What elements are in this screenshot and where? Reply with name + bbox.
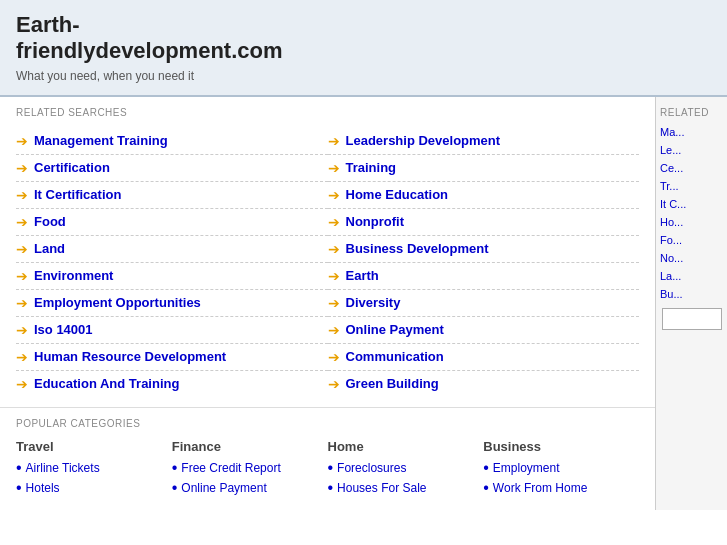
list-item: ➔ Management Training	[16, 128, 328, 155]
list-item: ➔ Training	[328, 155, 640, 182]
sidebar-link-ma[interactable]: Ma...	[660, 126, 723, 138]
arrow-icon: ➔	[328, 214, 340, 230]
right-sidebar-links: Ma... Le... Ce... Tr... It C... Ho... Fo…	[660, 126, 723, 300]
arrow-icon: ➔	[328, 322, 340, 338]
bullet-icon: •	[16, 460, 22, 476]
link-it-certification[interactable]: It Certification	[34, 187, 121, 202]
sidebar-link-no[interactable]: No...	[660, 252, 723, 264]
link-work-from-home[interactable]: Work From Home	[493, 481, 587, 495]
link-nonprofit[interactable]: Nonprofit	[346, 214, 404, 229]
link-iso-14001[interactable]: Iso 14001	[34, 322, 93, 337]
arrow-icon: ➔	[16, 349, 28, 365]
list-item: ➔ Green Building	[328, 371, 640, 397]
list-item: ➔ Education And Training	[16, 371, 328, 397]
arrow-icon: ➔	[328, 268, 340, 284]
arrow-icon: ➔	[16, 376, 28, 392]
list-item: Ho...	[660, 216, 723, 228]
list-item: Le...	[660, 144, 723, 156]
sidebar-link-ce[interactable]: Ce...	[660, 162, 723, 174]
link-green-building[interactable]: Green Building	[346, 376, 439, 391]
right-sidebar: RELATED Ma... Le... Ce... Tr... It C... …	[655, 97, 727, 510]
category-travel: Travel • Airline Tickets • Hotels	[16, 439, 172, 500]
category-home: Home • Foreclosures • Houses For Sale	[328, 439, 484, 500]
site-header: Earth- friendlydevelopment.com What you …	[0, 0, 727, 97]
arrow-icon: ➔	[328, 349, 340, 365]
bullet-icon: •	[172, 460, 178, 476]
bullet-icon: •	[328, 460, 334, 476]
list-item: Bu...	[660, 288, 723, 300]
list-item: La...	[660, 270, 723, 282]
link-management-training[interactable]: Management Training	[34, 133, 168, 148]
link-home-education[interactable]: Home Education	[346, 187, 449, 202]
sidebar-link-bu[interactable]: Bu...	[660, 288, 723, 300]
list-item: Ce...	[660, 162, 723, 174]
link-online-payment-cat[interactable]: Online Payment	[181, 481, 266, 495]
list-item: • Free Credit Report	[172, 460, 320, 476]
link-earth[interactable]: Earth	[346, 268, 379, 283]
list-item: ➔ It Certification	[16, 182, 328, 209]
bullet-icon: •	[483, 460, 489, 476]
link-employment[interactable]: Employment	[493, 461, 560, 475]
arrow-icon: ➔	[16, 268, 28, 284]
link-diversity[interactable]: Diversity	[346, 295, 401, 310]
list-item: ➔ Food	[16, 209, 328, 236]
list-item: • Online Payment	[172, 480, 320, 496]
bullet-icon: •	[328, 480, 334, 496]
arrow-icon: ➔	[16, 187, 28, 203]
list-item: ➔ Human Resource Development	[16, 344, 328, 371]
category-finance: Finance • Free Credit Report • Online Pa…	[172, 439, 328, 500]
link-certification[interactable]: Certification	[34, 160, 110, 175]
related-searches-label: RELATED SEARCHES	[16, 107, 639, 118]
list-item: ➔ Online Payment	[328, 317, 640, 344]
link-environment[interactable]: Environment	[34, 268, 113, 283]
sidebar-search-box[interactable]	[662, 308, 722, 330]
list-item: ➔ Diversity	[328, 290, 640, 317]
arrow-icon: ➔	[328, 187, 340, 203]
link-training[interactable]: Training	[346, 160, 397, 175]
sidebar-link-fo[interactable]: Fo...	[660, 234, 723, 246]
link-hotels[interactable]: Hotels	[26, 481, 60, 495]
list-item: ➔ Environment	[16, 263, 328, 290]
arrow-icon: ➔	[328, 376, 340, 392]
link-foreclosures[interactable]: Foreclosures	[337, 461, 406, 475]
list-item: • Employment	[483, 460, 631, 476]
link-education-and-training[interactable]: Education And Training	[34, 376, 179, 391]
list-item: ➔ Earth	[328, 263, 640, 290]
links-left-column: ➔ Management Training ➔ Certification ➔ …	[16, 128, 328, 397]
list-item: ➔ Leadership Development	[328, 128, 640, 155]
arrow-icon: ➔	[328, 160, 340, 176]
category-business-heading: Business	[483, 439, 631, 454]
link-free-credit-report[interactable]: Free Credit Report	[181, 461, 280, 475]
bullet-icon: •	[16, 480, 22, 496]
link-human-resource-development[interactable]: Human Resource Development	[34, 349, 226, 364]
link-online-payment[interactable]: Online Payment	[346, 322, 444, 337]
sidebar-link-la[interactable]: La...	[660, 270, 723, 282]
sidebar-link-ho[interactable]: Ho...	[660, 216, 723, 228]
sidebar-link-tr[interactable]: Tr...	[660, 180, 723, 192]
sidebar-link-le[interactable]: Le...	[660, 144, 723, 156]
list-item: • Airline Tickets	[16, 460, 164, 476]
sidebar-link-itc[interactable]: It C...	[660, 198, 723, 210]
list-item: Fo...	[660, 234, 723, 246]
link-land[interactable]: Land	[34, 241, 65, 256]
arrow-icon: ➔	[16, 322, 28, 338]
link-food[interactable]: Food	[34, 214, 66, 229]
link-airline-tickets[interactable]: Airline Tickets	[26, 461, 100, 475]
right-sidebar-label: RELATED	[660, 107, 723, 118]
arrow-icon: ➔	[328, 295, 340, 311]
link-houses-for-sale[interactable]: Houses For Sale	[337, 481, 426, 495]
category-travel-heading: Travel	[16, 439, 164, 454]
category-finance-heading: Finance	[172, 439, 320, 454]
list-item: Ma...	[660, 126, 723, 138]
link-employment-opportunities[interactable]: Employment Opportunities	[34, 295, 201, 310]
link-leadership-development[interactable]: Leadership Development	[346, 133, 501, 148]
arrow-icon: ➔	[328, 133, 340, 149]
link-communication[interactable]: Communication	[346, 349, 444, 364]
bullet-icon: •	[172, 480, 178, 496]
arrow-icon: ➔	[16, 241, 28, 257]
popular-categories-section: POPULAR CATEGORIES Travel • Airline Tick…	[0, 408, 655, 510]
link-business-development[interactable]: Business Development	[346, 241, 489, 256]
list-item: No...	[660, 252, 723, 264]
list-item: • Work From Home	[483, 480, 631, 496]
list-item: ➔ Home Education	[328, 182, 640, 209]
